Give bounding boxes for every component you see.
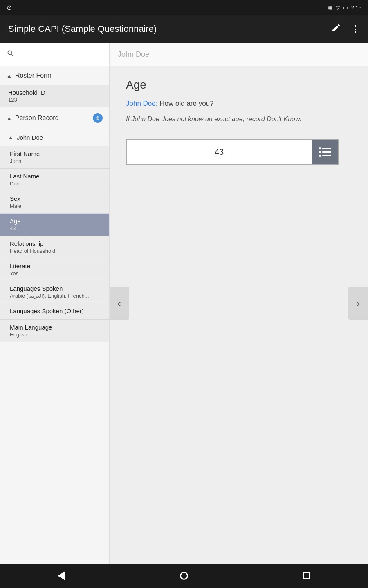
person-record-chevron-icon: ▲: [7, 115, 12, 121]
answer-value-display[interactable]: 43: [127, 140, 312, 164]
answer-input-row[interactable]: 43: [126, 139, 339, 165]
field-relationship-title: Relationship: [10, 240, 103, 247]
field-last-name[interactable]: Last Name Doe: [0, 169, 109, 191]
field-first-name-title: First Name: [10, 150, 103, 157]
back-icon: [58, 571, 65, 580]
question-title: Age: [126, 78, 352, 91]
home-button[interactable]: [172, 564, 196, 588]
field-sex-value: Male: [10, 203, 103, 209]
app-bar: Simple CAPI (Sample Questionnaire) ⋮: [0, 15, 368, 43]
field-languages-spoken[interactable]: Languages Spoken Arabic (العربية), Engli…: [0, 281, 109, 303]
field-literate-title: Literate: [10, 263, 103, 270]
time-display: 2:15: [351, 4, 361, 11]
app-title: Simple CAPI (Sample Questionnaire): [8, 24, 157, 34]
question-text: John Doe: How old are you?: [126, 100, 352, 108]
field-main-language[interactable]: Main Language English: [0, 320, 109, 342]
question-person-name: John Doe:: [126, 100, 158, 107]
field-age[interactable]: Age 43: [0, 214, 109, 236]
field-literate[interactable]: Literate Yes: [0, 258, 109, 281]
person-record-left: ▲ Person Record: [7, 114, 59, 122]
field-main-language-value: English: [10, 332, 103, 338]
person-name-display: John Doe: [118, 50, 149, 59]
field-languages-spoken-value: Arabic (العربية), English, French...: [10, 293, 103, 299]
sidebar: ▲ Roster Form Household ID 123 ▲ Person …: [0, 43, 110, 564]
recents-button[interactable]: [294, 564, 319, 588]
vibrate-icon: ▦: [328, 4, 332, 11]
field-languages-spoken-title: Languages Spoken: [10, 285, 103, 292]
field-literate-value: Yes: [10, 270, 103, 276]
edit-icon[interactable]: [331, 23, 341, 35]
back-button[interactable]: [49, 564, 74, 588]
question-helper: If John Doe does not know an exact age, …: [126, 114, 352, 124]
prev-nav-arrow[interactable]: ‹: [110, 287, 129, 320]
field-relationship[interactable]: Relationship Head of Household: [0, 236, 109, 258]
battery-icon: ▭: [343, 4, 348, 11]
person-record-header[interactable]: ▲ Person Record 1: [0, 107, 109, 129]
wifi-icon: ▽: [336, 4, 340, 11]
roster-form-label: Roster Form: [15, 72, 52, 79]
household-id-item[interactable]: Household ID 123: [0, 85, 109, 107]
main-container: ▲ Roster Form Household ID 123 ▲ Person …: [0, 43, 368, 564]
field-relationship-value: Head of Household: [10, 248, 103, 254]
home-icon: [180, 572, 188, 580]
question-text-body: How old are you?: [159, 100, 213, 107]
recents-icon: [303, 572, 310, 579]
field-languages-spoken-other[interactable]: Languages Spoken (Other): [0, 303, 109, 320]
roster-form-header[interactable]: ▲ Roster Form: [0, 66, 109, 85]
android-icon: ⊙: [7, 4, 12, 11]
field-main-language-title: Main Language: [10, 324, 103, 331]
list-icon: [319, 147, 331, 157]
household-id-label: Household ID: [8, 89, 103, 96]
roster-chevron-icon: ▲: [7, 73, 12, 79]
field-sex-title: Sex: [10, 195, 103, 202]
field-first-name[interactable]: First Name John: [0, 146, 109, 169]
john-doe-label: John Doe: [17, 134, 43, 141]
field-sex[interactable]: Sex Male: [0, 191, 109, 214]
field-first-name-value: John: [10, 158, 103, 164]
search-icon: [7, 49, 15, 60]
question-area: Age John Doe: How old are you? If John D…: [110, 66, 368, 564]
status-bar: ⊙ ▦ ▽ ▭ 2:15: [0, 0, 368, 15]
field-last-name-value: Doe: [10, 180, 103, 187]
john-doe-chevron-icon: ▲: [8, 134, 13, 140]
search-bar[interactable]: [0, 43, 109, 66]
content-panel: John Doe Age John Doe: How old are you? …: [110, 43, 368, 564]
person-record-badge: 1: [93, 113, 103, 123]
field-age-title: Age: [10, 218, 103, 225]
john-doe-header[interactable]: ▲ John Doe: [0, 129, 109, 146]
bottom-nav: [0, 564, 368, 588]
field-languages-spoken-other-title: Languages Spoken (Other): [10, 307, 103, 314]
field-age-value: 43: [10, 225, 103, 232]
next-nav-arrow[interactable]: ›: [348, 287, 368, 320]
person-name-bar: John Doe: [110, 43, 368, 66]
field-last-name-title: Last Name: [10, 173, 103, 180]
household-id-value: 123: [8, 97, 103, 103]
app-bar-actions: ⋮: [331, 23, 360, 35]
person-record-label: Person Record: [15, 114, 59, 122]
more-menu-icon[interactable]: ⋮: [351, 24, 360, 34]
answer-list-button[interactable]: [312, 140, 338, 164]
